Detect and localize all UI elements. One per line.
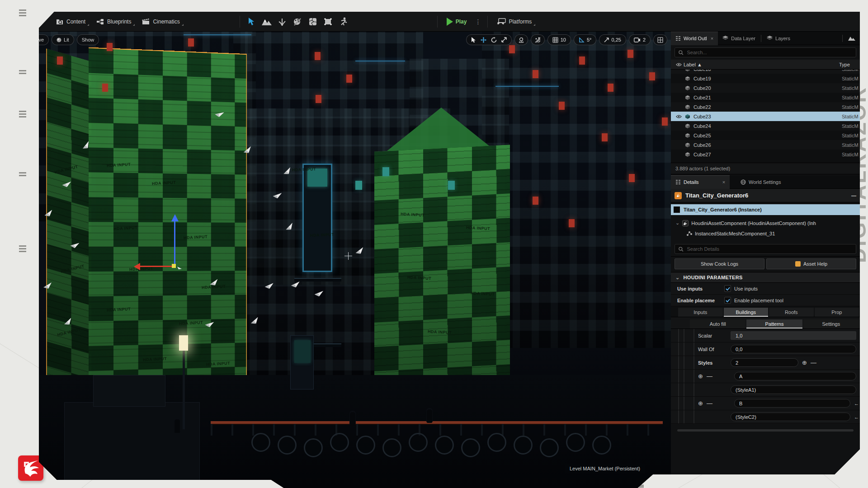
style-a-key-input[interactable]: A <box>734 372 856 380</box>
style-b-value-input[interactable]: (StyleC2) <box>731 413 850 421</box>
tab-data-layer[interactable]: Data Layer <box>718 32 760 45</box>
perspective-pill[interactable]: ive <box>39 34 49 45</box>
style-a-value-row: (StyleA1) <box>671 383 860 397</box>
indent-guides <box>678 410 698 423</box>
landscape-mode-icon[interactable] <box>259 15 274 28</box>
category-tab-roofs[interactable]: Roofs <box>769 308 814 317</box>
scatter-arrow-icon <box>243 146 252 154</box>
grid-snap-value: 10 <box>561 37 566 42</box>
outliner-search[interactable] <box>675 47 856 57</box>
frame-tick-mark <box>19 109 26 119</box>
category-tab-inputs[interactable]: Inputs <box>678 308 723 317</box>
outliner-row[interactable]: Cube20StaticM <box>671 83 860 93</box>
market-crates <box>64 402 200 488</box>
asset-help-button[interactable]: Asset Help <box>766 258 856 269</box>
cinematics-button[interactable]: Cinematics <box>137 16 184 27</box>
show-cook-logs-button[interactable]: Show Cook Logs <box>675 258 764 269</box>
category-tab-buildings[interactable]: Buildings <box>724 308 769 317</box>
details-tab-bar: Details × World Settings <box>671 175 860 189</box>
landscape-panel-icon[interactable] <box>844 36 860 41</box>
add-entry-icon[interactable]: ⊕ <box>698 400 703 407</box>
search-icon <box>679 50 684 55</box>
actor-label: Cube26 <box>693 142 842 148</box>
outliner-row[interactable]: Cube25StaticM <box>671 131 860 140</box>
wall-offset-label: Wall Of <box>698 347 731 352</box>
tab-layers[interactable]: Layers <box>762 32 795 45</box>
outliner-row[interactable]: Cube27StaticM <box>671 150 860 159</box>
outliner-row[interactable]: Cube24StaticM <box>671 121 860 131</box>
wall-offset-input[interactable]: 0,0 <box>731 345 856 353</box>
modeling-mode-icon[interactable] <box>321 15 336 28</box>
foliage-mode-icon[interactable] <box>274 15 290 28</box>
actor-label: Cube25 <box>693 133 842 138</box>
component-row-ism[interactable]: InstancedStaticMeshComponent_31 <box>671 228 860 239</box>
outliner-row[interactable]: Cube19StaticM <box>671 74 860 83</box>
select-mode-icon[interactable] <box>244 15 259 28</box>
style-b-key-input[interactable]: B <box>734 399 850 408</box>
style-a-value-input[interactable]: (StyleA1) <box>731 385 856 394</box>
show-menu-pill[interactable]: Show <box>77 34 99 45</box>
enable-placement-checkbox[interactable] <box>724 297 731 304</box>
remove-entry-icon[interactable]: — <box>707 373 712 380</box>
sub-tab-patterns[interactable]: Patterns <box>746 319 802 328</box>
surface-snap-pill[interactable] <box>531 34 545 45</box>
grid-snap-pill[interactable]: 10 <box>547 34 571 45</box>
outliner-row[interactable]: Cube21StaticM <box>671 93 860 102</box>
category-tab-prop[interactable]: Prop <box>815 308 859 317</box>
tab-world-settings[interactable]: World Settings <box>736 175 785 189</box>
details-search[interactable] <box>675 244 856 254</box>
component-row-houdini[interactable]: ⌄ HoudiniAssetComponent (HoudiniAssetCom… <box>671 218 860 228</box>
move-tool-icon <box>481 37 486 43</box>
revert-arrow-icon[interactable]: ← <box>854 401 859 406</box>
horizontal-scrollbar[interactable] <box>677 429 854 432</box>
play-button[interactable]: Play <box>442 15 472 28</box>
details-search-input[interactable] <box>686 246 852 252</box>
transform-tools-pill[interactable] <box>466 34 512 45</box>
camera-speed-value: 2 <box>643 37 646 42</box>
visibility-column-eye-icon[interactable] <box>674 63 684 66</box>
collapse-header-icon[interactable]: — <box>851 193 856 198</box>
add-style-icon[interactable]: ⊕ <box>802 359 807 366</box>
houdini-component-icon <box>682 220 689 226</box>
type-column-header[interactable]: Type <box>839 62 860 67</box>
pedestrian <box>427 409 432 423</box>
sub-tab-auto-fill[interactable]: Auto fill <box>690 319 745 328</box>
fracture-mode-icon[interactable] <box>305 15 321 28</box>
tab-details[interactable]: Details × <box>671 175 730 189</box>
maximize-viewport-pill[interactable] <box>653 34 667 45</box>
mesh-paint-mode-icon[interactable] <box>290 15 305 28</box>
chevron-down-icon[interactable]: ⌄ <box>675 220 679 226</box>
outliner-row[interactable]: Cube23StaticM <box>671 112 860 121</box>
outliner-row[interactable]: Cube26StaticM <box>671 140 860 150</box>
lit-mode-pill[interactable]: Lit <box>52 34 74 45</box>
camera-speed-pill[interactable]: 2 <box>629 34 651 45</box>
platforms-button[interactable]: Platforms <box>492 16 536 27</box>
remove-entry-icon[interactable]: — <box>707 400 712 407</box>
actor-type: StaticM <box>842 85 860 91</box>
tab-world-outliner[interactable]: World Outl × <box>671 32 718 45</box>
scalar-input[interactable]: 1,0 <box>731 331 856 340</box>
outliner-column-header[interactable]: Label ▲ Type <box>671 60 860 70</box>
remove-style-icon[interactable]: — <box>811 359 816 366</box>
level-viewport[interactable]: HDA INPUTHDA INPUTHDA INPUTHDA INPUTHDA … <box>39 32 671 488</box>
outliner-row[interactable]: Cube18StaticM <box>671 70 860 74</box>
use-inputs-checkbox[interactable] <box>724 285 731 292</box>
animation-mode-icon[interactable] <box>336 15 351 28</box>
play-options-kebab-icon[interactable]: ⋮ <box>472 18 484 25</box>
add-entry-icon[interactable]: ⊕ <box>698 373 703 380</box>
close-tab-icon[interactable]: × <box>722 179 725 185</box>
rotation-snap-pill[interactable]: 5° <box>574 34 597 45</box>
blueprints-button[interactable]: Blueprints <box>92 16 136 27</box>
revert-arrow-icon[interactable]: ← <box>854 414 859 420</box>
styles-count-input[interactable]: 2 <box>731 358 798 367</box>
outliner-row[interactable]: Cube22StaticM <box>671 102 860 112</box>
houdini-parameters-section[interactable]: ⌄ HOUDINI PARAMETERS <box>671 272 860 283</box>
sub-tab-settings[interactable]: Settings <box>803 319 859 328</box>
world-space-pill[interactable] <box>514 34 528 45</box>
outliner-search-input[interactable] <box>686 49 852 56</box>
label-column-header[interactable]: Label ▲ <box>684 62 839 67</box>
close-tab-icon[interactable]: × <box>711 36 713 41</box>
instance-row[interactable]: Titan_City_Generator6 (Instance) <box>671 204 860 215</box>
content-button[interactable]: Content <box>52 16 90 27</box>
scale-snap-pill[interactable]: 0,25 <box>599 34 626 45</box>
